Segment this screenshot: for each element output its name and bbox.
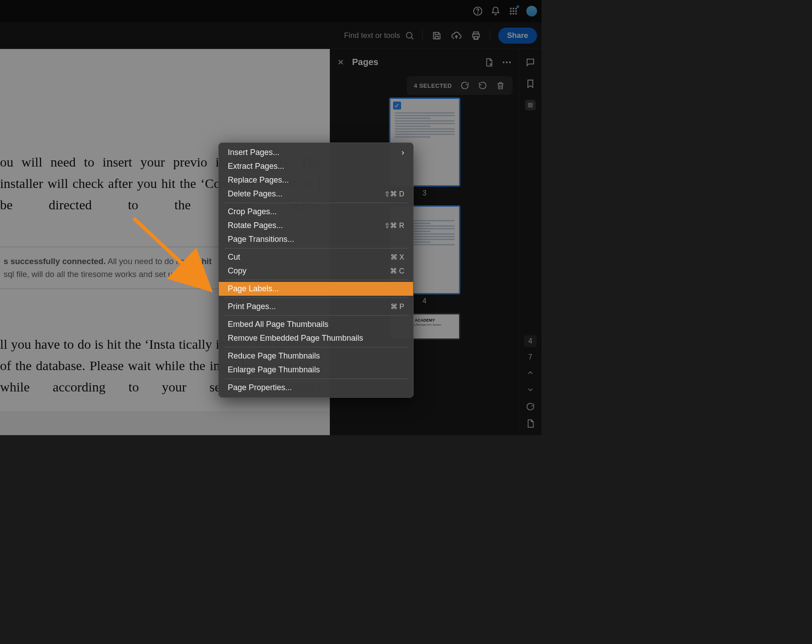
menu-insert-pages[interactable]: Insert Pages... ›: [219, 146, 413, 159]
svg-point-16: [503, 61, 504, 63]
divider: [490, 30, 490, 41]
callout-strong: s successfully connected.: [4, 257, 106, 266]
rotate-ccw-icon[interactable]: [478, 81, 488, 90]
context-menu: Insert Pages... › Extract Pages... Repla…: [218, 143, 414, 398]
menu-separator: [224, 298, 408, 298]
svg-rect-19: [529, 103, 530, 105]
avatar[interactable]: [526, 6, 537, 16]
menu-embed-all-thumbnails[interactable]: Embed All Page Thumbnails: [219, 318, 413, 331]
menu-separator: [224, 203, 408, 203]
print-icon[interactable]: [470, 30, 482, 41]
pages-grid-icon[interactable]: [525, 100, 536, 110]
svg-point-17: [506, 61, 508, 63]
menu-separator: [224, 379, 408, 379]
svg-rect-7: [515, 10, 517, 12]
svg-point-11: [406, 32, 412, 38]
menu-delete-pages[interactable]: Delete Pages... ⇧⌘ D: [219, 187, 413, 201]
help-icon[interactable]: [473, 6, 483, 16]
apps-grid-icon[interactable]: [509, 6, 518, 16]
menu-reduce-thumbnails[interactable]: Reduce Page Thumbnails: [219, 349, 413, 363]
share-button[interactable]: Share: [498, 28, 537, 44]
find-text-tools[interactable]: Find text or tools: [344, 31, 414, 41]
svg-point-18: [509, 61, 511, 63]
cloud-upload-icon[interactable]: [451, 30, 462, 41]
divider: [422, 30, 423, 41]
menu-copy[interactable]: Copy ⌘ C: [219, 264, 413, 278]
document-toolbar: Find text or tools Share: [0, 22, 541, 49]
menu-separator: [224, 315, 408, 316]
pages-panel-title: Pages: [352, 57, 476, 67]
svg-rect-13: [435, 36, 438, 39]
svg-rect-3: [513, 8, 514, 9]
svg-rect-15: [474, 36, 477, 39]
notifications-icon[interactable]: [491, 6, 500, 16]
pages-panel-header: ✕ Pages: [330, 49, 519, 72]
selection-toolbar: 4 SELECTED: [407, 76, 513, 95]
chevron-right-icon: ›: [402, 148, 404, 157]
svg-rect-10: [515, 13, 517, 14]
refresh-icon[interactable]: [525, 401, 536, 412]
page-navigator: 4 7: [524, 335, 537, 435]
right-rail: 4 7: [519, 49, 541, 435]
menu-separator: [224, 248, 408, 249]
menu-crop-pages[interactable]: Crop Pages...: [219, 205, 413, 219]
svg-rect-4: [515, 8, 517, 9]
rotate-cw-icon[interactable]: [460, 81, 470, 90]
shortcut-label: ⇧⌘ R: [384, 221, 404, 230]
svg-point-1: [477, 13, 478, 13]
more-options-icon[interactable]: [502, 57, 512, 67]
svg-rect-2: [510, 8, 512, 9]
svg-rect-9: [513, 13, 514, 14]
total-pages: 7: [529, 353, 533, 361]
bookmark-icon[interactable]: [525, 78, 536, 89]
shortcut-label: ⇧⌘ D: [384, 190, 404, 198]
menu-rotate-pages[interactable]: Rotate Pages... ⇧⌘ R: [219, 219, 413, 232]
thumbnail-page-number: 3: [422, 189, 427, 197]
selection-count: 4 SELECTED: [414, 82, 452, 89]
new-page-icon[interactable]: [484, 57, 494, 67]
svg-rect-5: [510, 10, 512, 12]
app-toolbar: [0, 0, 541, 22]
comment-icon[interactable]: [525, 57, 536, 68]
menu-extract-pages[interactable]: Extract Pages...: [219, 159, 413, 173]
page-down-icon[interactable]: [525, 384, 536, 395]
svg-rect-20: [531, 103, 533, 105]
menu-page-labels[interactable]: Page Labels...: [219, 282, 413, 296]
menu-enlarge-thumbnails[interactable]: Enlarge Page Thumbnails: [219, 363, 413, 377]
shortcut-label: ⌘ X: [390, 253, 404, 261]
svg-rect-22: [531, 106, 533, 107]
menu-page-properties[interactable]: Page Properties...: [219, 381, 413, 395]
svg-rect-6: [513, 10, 514, 12]
current-page-input[interactable]: 4: [524, 335, 537, 347]
svg-line-12: [411, 37, 413, 39]
menu-separator: [224, 347, 408, 347]
svg-rect-21: [529, 106, 530, 107]
menu-remove-embedded-thumbnails[interactable]: Remove Embedded Page Thumbnails: [219, 331, 413, 345]
save-icon[interactable]: [431, 30, 443, 41]
page-file-icon[interactable]: [525, 418, 536, 429]
shortcut-label: ⌘ C: [390, 267, 404, 275]
thumbnail-page-number: 4: [422, 297, 427, 305]
shortcut-label: ⌘ P: [390, 302, 404, 311]
menu-cut[interactable]: Cut ⌘ X: [219, 250, 413, 264]
close-icon[interactable]: ✕: [337, 57, 344, 67]
page-up-icon[interactable]: [525, 367, 536, 378]
menu-replace-pages[interactable]: Replace Pages...: [219, 173, 413, 187]
svg-rect-8: [510, 13, 512, 14]
thumbnail-selected-check-icon: [393, 102, 401, 110]
menu-separator: [224, 280, 408, 280]
find-placeholder: Find text or tools: [344, 31, 400, 40]
menu-print-pages[interactable]: Print Pages... ⌘ P: [219, 300, 413, 314]
delete-icon[interactable]: [496, 81, 505, 90]
menu-page-transitions[interactable]: Page Transitions...: [219, 232, 413, 246]
